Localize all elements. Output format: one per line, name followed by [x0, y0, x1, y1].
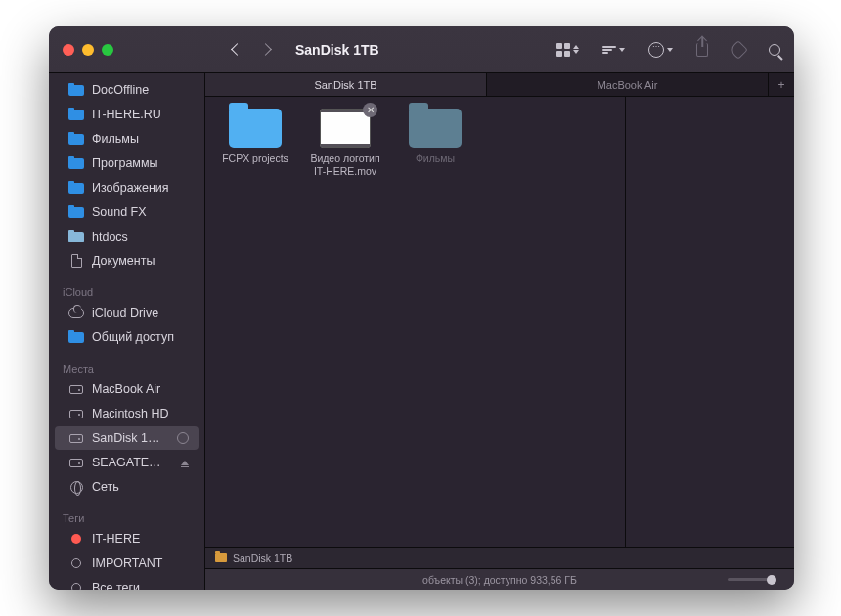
ellipsis-circle-icon [648, 42, 664, 58]
eject-icon[interactable] [181, 461, 189, 465]
titlebar: SanDisk 1TB [49, 26, 794, 73]
sidebar-item-label: iCloud Drive [92, 306, 158, 320]
timemachine-icon [177, 432, 189, 444]
new-tab-button[interactable]: + [769, 73, 794, 96]
chevron-down-icon [667, 48, 673, 52]
folder-icon [68, 332, 84, 343]
folder-icon [68, 232, 84, 242]
search-button[interactable] [769, 44, 780, 56]
main-area: SanDisk 1TB MacBook Air + FCPX projects … [205, 73, 794, 590]
sidebar-heading-locations: Места [49, 359, 204, 376]
path-segment[interactable]: SanDisk 1TB [233, 552, 292, 564]
sidebar-item-icloud-drive[interactable]: iCloud Drive [55, 301, 199, 325]
file-item-folder[interactable]: FCPX projects [217, 109, 293, 178]
folder-icon [68, 183, 84, 194]
tags-button[interactable] [731, 43, 745, 57]
column-view: FCPX projects ✕ Видео логотип IT-HERE.mo… [205, 97, 794, 547]
sidebar-item-label: Sound FX [92, 205, 147, 219]
sidebar-item-label: Общий доступ [92, 330, 174, 344]
nav-buttons [233, 45, 270, 54]
sidebar-item-seagate[interactable]: SEAGATE… [55, 451, 199, 474]
file-label: Видео логотип IT-HERE.mov [307, 153, 383, 178]
forward-button[interactable] [259, 43, 272, 56]
file-item-movie[interactable]: ✕ Видео логотип IT-HERE.mov [307, 109, 383, 178]
tab-bar: SanDisk 1TB MacBook Air + [205, 73, 794, 97]
folder-icon [229, 109, 282, 148]
sidebar-item-label: DocOffline [92, 83, 149, 97]
document-icon [71, 254, 82, 268]
icon-size-slider[interactable] [728, 575, 776, 585]
sidebar-item-images[interactable]: Изображения [55, 176, 199, 199]
sidebar-item-macbookair[interactable]: MacBook Air [55, 377, 199, 401]
sidebar-item-label: Программы [92, 156, 158, 170]
sidebar-item-shared[interactable]: Общий доступ [55, 326, 199, 349]
minimize-button[interactable] [82, 44, 94, 56]
disk-icon [69, 434, 83, 443]
sidebar-item-programs[interactable]: Программы [55, 152, 199, 175]
network-icon [70, 481, 83, 494]
share-button[interactable] [696, 43, 708, 57]
sidebar-item-films[interactable]: Фильмы [55, 127, 199, 151]
sidebar-item-label: IMPORTANT [92, 556, 162, 570]
sidebar-item-label: IT-HERE.RU [92, 108, 161, 121]
file-label: Фильмы [416, 153, 455, 165]
stack-icon [602, 46, 616, 54]
sidebar-item-label: Изображения [92, 181, 169, 195]
sidebar-item-label: htdocs [92, 230, 128, 243]
computer-icon [69, 385, 83, 394]
close-button[interactable] [63, 44, 74, 56]
remove-badge-icon[interactable]: ✕ [363, 103, 377, 117]
tab-label: MacBook Air [598, 79, 658, 91]
sidebar-item-tag-important[interactable]: IMPORTANT [55, 551, 199, 575]
sidebar-item-soundfx[interactable]: Sound FX [55, 200, 199, 224]
column-1[interactable]: FCPX projects ✕ Видео логотип IT-HERE.mo… [205, 97, 626, 547]
traffic-lights [63, 44, 113, 56]
sidebar-item-label: Сеть [92, 480, 119, 494]
sidebar-item-all-tags[interactable]: Все теги… [55, 576, 199, 590]
status-text: объекты (3); доступно 933,56 ГБ [422, 574, 577, 586]
sidebar-item-htdocs[interactable]: htdocs [55, 225, 199, 248]
window-body: DocOffline IT-HERE.RU Фильмы Программы И… [49, 73, 794, 590]
sidebar-item-label: IT-HERE [92, 532, 140, 546]
sidebar-heading-tags: Теги [49, 508, 204, 526]
back-button[interactable] [231, 43, 243, 56]
folder-icon [409, 109, 462, 148]
file-item-folder-dim[interactable]: Фильмы [397, 109, 473, 178]
folder-icon [68, 207, 84, 218]
sidebar-item-label: Фильмы [92, 132, 139, 146]
search-icon [769, 44, 780, 56]
action-menu-button[interactable] [648, 42, 673, 58]
sidebar[interactable]: DocOffline IT-HERE.RU Фильмы Программы И… [49, 73, 205, 590]
sidebar-heading-icloud: iCloud [49, 283, 204, 300]
sidebar-item-tag-ithere[interactable]: IT-HERE [55, 527, 199, 550]
sidebar-item-ithere[interactable]: IT-HERE.RU [55, 103, 199, 126]
tab-sandisk[interactable]: SanDisk 1TB [205, 73, 487, 96]
view-mode-button[interactable] [556, 43, 579, 57]
folder-icon [68, 85, 84, 96]
tab-label: SanDisk 1TB [314, 79, 376, 91]
group-by-button[interactable] [602, 46, 625, 54]
disk-icon [69, 410, 83, 418]
folder-icon [68, 110, 84, 120]
slider-track [728, 578, 771, 581]
sidebar-item-network[interactable]: Сеть [55, 475, 199, 499]
chevron-down-icon [619, 48, 625, 52]
sidebar-item-docoffline[interactable]: DocOffline [55, 78, 199, 102]
column-2[interactable] [626, 97, 794, 547]
movie-icon [320, 109, 371, 148]
sidebar-item-label: SEAGATE… [92, 456, 161, 469]
sidebar-item-label: Все теги… [92, 581, 153, 590]
tag-dot-icon [71, 534, 81, 544]
sidebar-item-label: SanDisk 1… [92, 431, 159, 445]
path-bar[interactable]: SanDisk 1TB [205, 547, 794, 568]
zoom-button[interactable] [102, 44, 113, 56]
sidebar-item-macintoshhd[interactable]: Macintosh HD [55, 402, 199, 425]
sidebar-item-sandisk[interactable]: SanDisk 1… [55, 426, 199, 450]
tab-macbookair[interactable]: MacBook Air [487, 73, 769, 96]
sidebar-item-label: Macintosh HD [92, 407, 169, 420]
sidebar-item-documents[interactable]: Документы [55, 249, 199, 273]
finder-window: SanDisk 1TB [49, 26, 794, 590]
slider-knob[interactable] [767, 575, 776, 585]
toolbar-right [556, 42, 780, 58]
drive-icon [215, 553, 227, 562]
